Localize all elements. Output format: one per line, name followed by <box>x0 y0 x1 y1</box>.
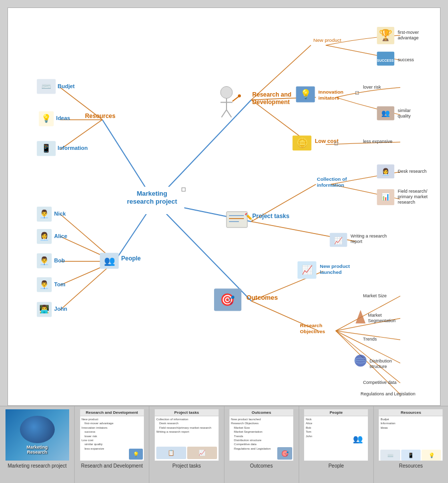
svg-text:👩‍💼: 👩‍💼 <box>381 168 390 176</box>
thumb-title: Outcomes <box>229 409 293 416</box>
svg-text:imitators: imitators <box>319 95 340 101</box>
svg-text:👥: 👥 <box>104 255 115 266</box>
svg-text:success: success <box>398 57 414 62</box>
svg-text:Resources: Resources <box>85 113 116 120</box>
thumb-project-tasks[interactable]: Project tasks Collection of information … <box>149 406 224 483</box>
svg-text:Alice: Alice <box>54 233 67 239</box>
svg-text:Ideas: Ideas <box>56 115 70 121</box>
svg-text:🏆: 🏆 <box>379 28 393 42</box>
svg-text:New product: New product <box>314 37 341 43</box>
svg-text:Nick: Nick <box>54 211 66 217</box>
main-diagram-area: Marketing research project Research and … <box>7 7 441 406</box>
svg-text:📊: 📊 <box>381 193 390 201</box>
thumb-label: Outcomes <box>250 463 273 469</box>
svg-line-14 <box>232 97 239 102</box>
thumb-research-dev[interactable]: Research and Development New product fir… <box>75 406 149 483</box>
svg-text:👨‍💻: 👨‍💻 <box>39 304 49 314</box>
thumb-title: Project tasks <box>155 409 219 416</box>
thumb-people-box: People Nick Alice Bob Tom John 👥 <box>304 409 368 461</box>
thumb-marketing-research[interactable]: MarketingResearch Marketing research pro… <box>0 406 75 483</box>
svg-text:lover risk: lover risk <box>363 85 381 90</box>
thumb-tasks-box: Project tasks Collection of information … <box>154 409 219 461</box>
svg-text:Field research/: Field research/ <box>398 189 428 194</box>
svg-text:👨‍💼: 👨‍💼 <box>39 209 49 219</box>
svg-text:Low cost: Low cost <box>315 138 339 144</box>
thumb-label: Resources <box>399 463 423 469</box>
svg-text:primary market: primary market <box>398 194 428 199</box>
thumb-content: New product launched Research Objectives… <box>229 416 293 452</box>
svg-text:👨‍💼: 👨‍💼 <box>39 280 49 289</box>
svg-text:similar: similar <box>398 108 411 113</box>
svg-text:👩‍💼: 👩‍💼 <box>39 232 49 241</box>
thumb-content: Budjet Information Ideas <box>379 416 443 449</box>
svg-text:🎯: 🎯 <box>220 292 235 307</box>
svg-text:📈: 📈 <box>334 237 343 245</box>
svg-text:Research and: Research and <box>252 91 292 98</box>
thumb-label: Marketing research project <box>7 463 66 469</box>
svg-text:Outcomes: Outcomes <box>246 294 278 301</box>
svg-text:less expansive: less expansive <box>363 139 392 144</box>
svg-text:Development: Development <box>252 99 290 106</box>
svg-text:Writing a research: Writing a research <box>350 234 387 239</box>
svg-point-15 <box>238 95 241 98</box>
svg-text:Collection of: Collection of <box>317 176 347 182</box>
svg-text:Research: Research <box>300 323 323 328</box>
svg-text:💡: 💡 <box>300 89 312 100</box>
svg-text:Desk research: Desk research <box>398 169 427 174</box>
svg-line-12 <box>222 110 226 117</box>
svg-text:report: report <box>350 239 362 244</box>
svg-text:New product: New product <box>320 263 350 269</box>
svg-text:People: People <box>121 255 141 262</box>
svg-text:John: John <box>54 306 68 312</box>
svg-text:Budjet: Budjet <box>58 83 75 89</box>
thumb-resources[interactable]: Resources Budjet Information Ideas ⌨️ 📱 … <box>374 406 448 483</box>
svg-text:Distribution: Distribution <box>369 359 392 363</box>
svg-text:quality: quality <box>398 114 411 119</box>
svg-text:Tom: Tom <box>54 281 66 287</box>
svg-text:👥: 👥 <box>381 109 390 118</box>
svg-text:⌨️: ⌨️ <box>41 82 51 91</box>
svg-text:📈: 📈 <box>302 264 313 275</box>
svg-text:advantage: advantage <box>398 35 419 40</box>
svg-text:Innovation: Innovation <box>319 89 343 95</box>
svg-text:Bob: Bob <box>54 257 65 263</box>
svg-text:Segmentation: Segmentation <box>368 318 395 323</box>
thumb-content: New product first-mover advantage Innova… <box>80 416 144 452</box>
svg-marker-71 <box>355 310 365 323</box>
svg-text:first-mover: first-mover <box>398 30 419 35</box>
svg-text:Market Size: Market Size <box>363 293 386 298</box>
thumb-content: Collection of information Desk research … <box>155 416 219 435</box>
svg-line-0 <box>154 100 251 202</box>
svg-text:structure: structure <box>369 364 387 369</box>
thumb-label: Research and Development <box>81 463 143 469</box>
svg-text:Regulations and Legislation: Regulations and Legislation <box>360 391 415 396</box>
svg-point-9 <box>221 87 232 99</box>
thumbnails-row: MarketingResearch Marketing research pro… <box>0 406 448 483</box>
thumb-title: Research and Development <box>80 409 144 416</box>
svg-text:research project: research project <box>127 198 177 205</box>
svg-text:Objectives: Objectives <box>300 329 326 334</box>
thumb-research-box: Research and Development New product fir… <box>80 409 144 461</box>
svg-text:💡: 💡 <box>41 114 51 123</box>
thumb-outcomes[interactable]: Outcomes New product launched Research O… <box>224 406 299 483</box>
svg-text:Trends: Trends <box>363 337 377 342</box>
thumb-marketing-box: MarketingResearch <box>5 409 70 461</box>
svg-text:launched: launched <box>320 269 342 275</box>
svg-text:Market: Market <box>368 313 382 318</box>
svg-text:Competitive data: Competitive data <box>363 380 396 385</box>
thumb-people[interactable]: People Nick Alice Bob Tom John 👥 People <box>299 406 374 483</box>
thumb-title: Resources <box>379 409 443 416</box>
thumb-content: Nick Alice Bob Tom John <box>304 416 348 461</box>
svg-line-13 <box>226 110 231 117</box>
thumb-label: Project tasks <box>172 463 201 469</box>
svg-text:information: information <box>317 182 344 188</box>
svg-text:Information: Information <box>58 145 88 151</box>
thumb-resources-box: Resources Budjet Information Ideas ⌨️ 📱 … <box>378 409 443 461</box>
svg-text:📱: 📱 <box>41 143 51 153</box>
thumb-label: People <box>329 463 344 469</box>
svg-text:Project tasks: Project tasks <box>252 213 290 220</box>
svg-text:👨‍💼: 👨‍💼 <box>39 256 49 265</box>
svg-text:SUCCESS: SUCCESS <box>377 59 394 62</box>
svg-text:research: research <box>398 200 415 205</box>
thumb-title: People <box>304 409 368 416</box>
